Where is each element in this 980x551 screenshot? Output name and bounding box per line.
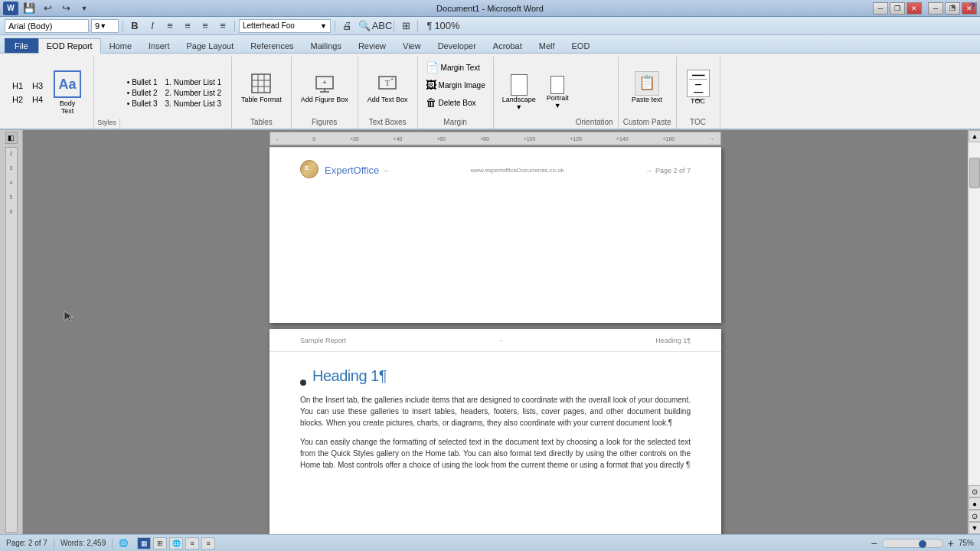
tab-mailings[interactable]: Mailings — [302, 38, 350, 53]
zoom-thumb[interactable] — [919, 540, 926, 548]
ruler-mark-8: +160 — [662, 136, 675, 142]
outline-view-btn[interactable]: ≡ — [185, 537, 199, 549]
tab-eod[interactable]: EOD — [564, 38, 599, 53]
bullet3-btn[interactable]: • Bullet 3 — [125, 99, 160, 109]
landscape-btn[interactable]: Landscape ▼ — [498, 72, 540, 113]
tab-melf[interactable]: Melf — [531, 38, 564, 53]
tab-review[interactable]: Review — [350, 38, 394, 53]
spelling-btn[interactable]: ABC — [374, 19, 390, 33]
zoom-minus-btn[interactable]: − — [871, 538, 877, 549]
tab-references[interactable]: References — [242, 38, 302, 53]
margin-image-btn[interactable]: 🖼 Margin Image — [423, 77, 488, 93]
italic-btn[interactable]: I — [145, 19, 160, 33]
h1-button[interactable]: H1 — [9, 80, 26, 91]
number1-btn[interactable]: 1. Number List 1 — [163, 77, 224, 87]
portrait-btn[interactable]: Portrait ▼ — [543, 73, 573, 112]
scroll-next-page-btn[interactable]: ⊙ — [969, 510, 980, 522]
font-family-combo[interactable]: Arial (Body) — [5, 19, 89, 33]
minimize-btn[interactable]: ─ — [873, 2, 888, 15]
ribbon-collapse-btn[interactable]: ▲ — [949, 2, 957, 10]
number3-label: Number List 3 — [174, 99, 221, 108]
redo-btn[interactable]: ↪ — [58, 2, 74, 15]
left-bar-icon[interactable]: ◧ — [5, 132, 18, 144]
text-boxes-label: Text Boxes — [369, 118, 407, 129]
word-min-btn[interactable]: ─ — [928, 2, 943, 15]
zoom-100-btn[interactable]: 100% — [439, 19, 455, 33]
tables-items: Table Format — [237, 57, 286, 118]
print-preview-btn[interactable]: 🔍 — [357, 19, 372, 33]
h2-button[interactable]: H2 — [9, 94, 26, 105]
left-bar: ◧ 2 3 4 5 6 — [0, 130, 23, 534]
scroll-select-browse-btn[interactable]: ● — [969, 497, 980, 510]
body-text-button[interactable]: Aa BodyText — [51, 67, 84, 118]
font-size-combo[interactable]: 9▼ — [91, 19, 119, 33]
tab-home[interactable]: Home — [101, 38, 140, 53]
zoom-plus-btn[interactable]: + — [948, 538, 954, 549]
tab-page-layout[interactable]: Page Layout — [178, 38, 243, 53]
paste-text-label: Paste text — [632, 96, 662, 104]
restore-btn[interactable]: ❐ — [890, 2, 905, 15]
h3-button[interactable]: H3 — [29, 80, 46, 91]
web-view-btn[interactable]: 🌐 — [169, 537, 183, 549]
tab-file[interactable]: File — [5, 38, 38, 53]
style-preset-combo[interactable]: Letterhead Foo▼ — [239, 19, 331, 33]
margin-image-label: Margin Image — [439, 81, 485, 90]
draft-view-btn[interactable]: ≡ — [201, 537, 215, 549]
number3-btn[interactable]: 3. Number List 3 — [163, 99, 224, 109]
group-figures: + Add Figure Box Figures — [292, 57, 358, 129]
close-btn[interactable]: ✕ — [906, 2, 922, 15]
add-figure-box-btn[interactable]: + Add Figure Box — [296, 68, 353, 107]
bold-btn[interactable]: B — [127, 19, 142, 33]
zoom-slider[interactable] — [882, 539, 943, 548]
bullet1-btn[interactable]: • Bullet 1 — [125, 77, 160, 87]
scroll-up-btn[interactable]: ▲ — [969, 130, 980, 142]
page2-header-left: Sample Report — [300, 337, 346, 344]
bullet2-icon: • — [127, 89, 130, 97]
tab-insert[interactable]: Insert — [140, 38, 178, 53]
portrait-icon — [550, 76, 564, 94]
tab-view[interactable]: View — [394, 38, 430, 53]
landscape-label: Landscape — [502, 96, 536, 103]
margin-text-btn[interactable]: 📄 Margin Text — [423, 60, 488, 75]
toc-icon: ━━━━ ━━ ━━━ ━━ — [687, 70, 710, 97]
dropdown-qa-btn[interactable]: ▼ — [77, 2, 92, 15]
bullet-list: • Bullet 1 • Bullet 2 • Bullet 3 — [125, 77, 160, 109]
justify-btn[interactable]: ≡ — [215, 19, 230, 33]
toc-btn[interactable]: ━━━━ ━━ ━━━ ━━ TOC — [681, 67, 715, 109]
table-format-btn[interactable]: Table Format — [237, 68, 286, 107]
align-center-btn[interactable]: ≡ — [180, 19, 195, 33]
undo-btn[interactable]: ↩ — [40, 2, 55, 15]
scroll-down-btn[interactable]: ▼ — [969, 522, 980, 534]
paste-text-btn[interactable]: 📋 Paste text — [627, 68, 667, 107]
ruler-mark-3: +60 — [436, 136, 446, 142]
paragraph-1: On the Insert tab, the galleries include… — [300, 394, 691, 429]
h4-button[interactable]: H4 — [29, 94, 46, 105]
footer-arrow2: → — [645, 167, 652, 174]
align-right-btn[interactable]: ≡ — [198, 19, 213, 33]
print-btn[interactable]: 🖨 — [339, 19, 354, 33]
tab-developer[interactable]: Developer — [430, 38, 485, 53]
scroll-track[interactable] — [969, 142, 980, 485]
full-screen-view-btn[interactable]: ⊞ — [153, 537, 167, 549]
scroll-prev-page-btn[interactable]: ⊙ — [969, 485, 980, 497]
col-view-btn[interactable]: ⊞ — [398, 19, 413, 33]
bullet2-btn[interactable]: • Bullet 2 — [125, 88, 160, 98]
add-text-box-btn[interactable]: T+ Add Text Box — [363, 68, 413, 107]
margin-items: 📄 Margin Text 🖼 Margin Image 🗑 Delete Bo… — [423, 57, 488, 110]
margin-image-icon: 🖼 — [426, 79, 436, 91]
page2-content[interactable]: Heading 1¶ On the Insert tab, the galler… — [270, 352, 721, 494]
save-quick-btn[interactable]: 💾 — [21, 2, 37, 15]
number1-icon: 1. — [165, 78, 172, 86]
ruler-mark-40: 4 — [10, 180, 13, 185]
group-tables: Table Format Tables — [232, 57, 292, 129]
delete-box-btn[interactable]: 🗑 Delete Box — [423, 95, 488, 110]
number1-label: Number List 1 — [174, 78, 221, 86]
tab-acrobat[interactable]: Acrobat — [485, 38, 531, 53]
help-icon[interactable]: ? — [970, 2, 975, 12]
number2-btn[interactable]: 2. Number List 2 — [163, 88, 224, 98]
svg-text:+: + — [322, 78, 327, 86]
print-view-btn[interactable]: ▦ — [137, 537, 151, 549]
scroll-thumb[interactable] — [969, 158, 980, 188]
tab-eod-report[interactable]: EOD Report — [38, 38, 101, 54]
align-left-btn[interactable]: ≡ — [162, 19, 178, 33]
